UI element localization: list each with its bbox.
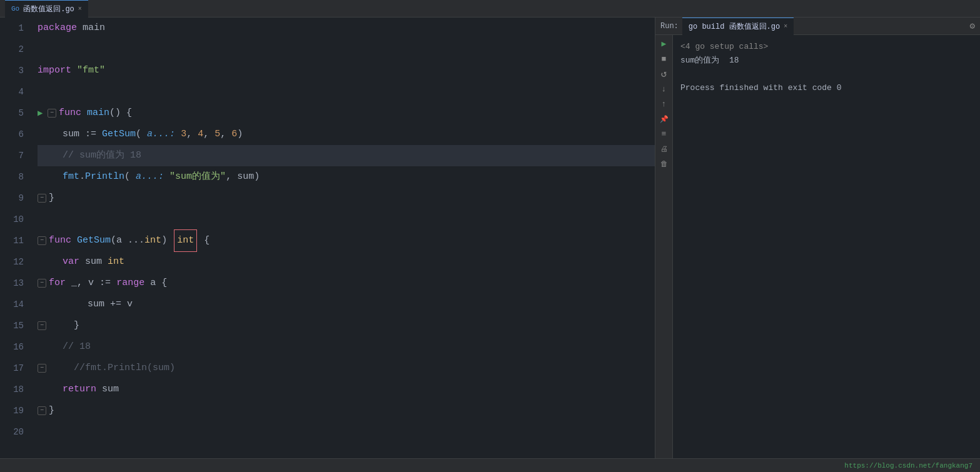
ln-4: 4 [0, 81, 24, 103]
comment-sum-value: // sum的值为 18 [63, 145, 141, 166]
code-line-16: // 18 [38, 336, 655, 358]
ln-7: 7 [0, 145, 24, 166]
keyword-func-main: func [59, 103, 81, 124]
func-main-name: main [87, 103, 109, 124]
align-button[interactable]: ≡ [658, 128, 670, 140]
run-tab-close-icon[interactable]: × [784, 23, 787, 30]
keyword-for: for [49, 273, 66, 294]
code-line-11: − func GetSum(a ...int) int { [38, 230, 655, 251]
rerun-button[interactable]: ↺ [658, 68, 670, 80]
output-sum-value: sum的值为 18 [680, 54, 972, 68]
ln-6: 6 [0, 124, 24, 145]
tab-close-icon[interactable]: × [78, 6, 82, 13]
tab-filename: 函数值返回.go [23, 4, 74, 14]
call-println: Println [85, 166, 124, 188]
arg-ellipsis-2: a...: [136, 166, 164, 188]
play-button[interactable]: ▶ [658, 38, 670, 50]
fold-btn-9[interactable]: − [38, 194, 46, 203]
output-setup-calls: <4 go setup calls> [680, 40, 972, 54]
bottom-bar: https://blog.csdn.net/fangkang7 [0, 458, 980, 472]
fold-btn-19[interactable]: − [38, 406, 46, 415]
ln-9: 9 [0, 188, 24, 209]
code-line-12: var sum int [38, 251, 655, 273]
print-button[interactable]: 🖨 [658, 143, 670, 155]
ln-18: 18 [0, 379, 24, 400]
fold-btn-13[interactable]: − [38, 279, 46, 288]
ln-19: 19 [0, 400, 24, 421]
code-line-13: − for _, v := range a { [38, 273, 655, 294]
scroll-down-button[interactable]: ↓ [658, 83, 670, 95]
code-area: ▶ 1 2 3 4 5 6 7 8 9 10 11 12 13 14 15 16… [0, 18, 655, 458]
code-line-4 [38, 81, 655, 103]
go-file-icon: Go [11, 5, 19, 13]
run-toolbar: ▶ ■ ↺ ↓ ↑ 📌 ≡ 🖨 🗑 [655, 35, 673, 458]
pin-button[interactable]: 📌 [658, 113, 670, 125]
main-layout: ▶ 1 2 3 4 5 6 7 8 9 10 11 12 13 14 15 16… [0, 18, 980, 458]
keyword-var: var [63, 251, 79, 273]
code-line-8: fmt.Println( a...: "sum的值为", sum) [38, 166, 655, 188]
code-line-6: sum := GetSum( a...: 3, 4, 5, 6) [38, 124, 655, 145]
ln-20: 20 [0, 421, 24, 443]
keyword-range: range [116, 273, 144, 294]
code-content[interactable]: package main import "fmt" ▶ − func main(… [31, 18, 655, 458]
keyword-package: package [38, 18, 77, 39]
keyword-func-getsum: func [49, 230, 71, 251]
code-line-18: return sum [38, 379, 655, 400]
call-getsum: GetSum [102, 124, 136, 145]
ln-15: 15 [0, 315, 24, 336]
title-bar: Go 函数值返回.go × [0, 0, 980, 18]
ln-8: 8 [0, 166, 24, 188]
run-label: Run: [660, 22, 679, 31]
scroll-up-button[interactable]: ↑ [658, 98, 670, 110]
run-tab[interactable]: go build 函数值返回.go × [682, 18, 794, 35]
code-line-10 [38, 209, 655, 230]
output-exit-code: Process finished with exit code 0 [680, 81, 972, 95]
output-empty [680, 68, 972, 81]
ln-11: 11 [0, 230, 24, 251]
code-line-20 [38, 421, 655, 443]
keyword-import: import [38, 60, 71, 81]
code-line-15: − } [38, 315, 655, 336]
code-line-17: − //fmt.Println(sum) [38, 358, 655, 379]
code-line-5: ▶ − func main() { [38, 103, 655, 124]
keyword-return: return [63, 379, 96, 400]
package-name: main [83, 18, 105, 39]
pkg-fmt: fmt [63, 166, 79, 188]
fold-btn-15[interactable]: − [38, 321, 46, 330]
run-arrow-5: ▶ [38, 103, 46, 124]
line-numbers: ▶ 1 2 3 4 5 6 7 8 9 10 11 12 13 14 15 16… [0, 18, 31, 458]
ln-2: 2 [0, 39, 24, 60]
ln-3: 3 [0, 60, 24, 81]
arg-ellipsis: a...: [147, 124, 175, 145]
ln-13: 13 [0, 273, 24, 294]
run-tab-label: go build 函数值返回.go [689, 21, 780, 32]
settings-icon[interactable]: ⚙ [970, 21, 975, 31]
var-sum: sum [63, 124, 79, 145]
ln-14: 14 [0, 294, 24, 315]
comment-18: // 18 [63, 336, 91, 358]
func-getsum-name: GetSum [77, 230, 111, 251]
ln-5: 5 [0, 103, 24, 124]
run-header: Run: go build 函数值返回.go × ⚙ [655, 18, 980, 35]
csdn-url: https://blog.csdn.net/fangkang7 [844, 462, 972, 469]
ln-16: 16 [0, 336, 24, 358]
run-panel: Run: go build 函数值返回.go × ⚙ ▶ ■ ↺ ↓ ↑ 📌 ≡… [655, 18, 980, 458]
run-output: <4 go setup calls> sum的值为 18 Process fin… [673, 35, 980, 458]
editor-panel: ▶ 1 2 3 4 5 6 7 8 9 10 11 12 13 14 15 16… [0, 18, 655, 458]
fold-btn-5[interactable]: − [48, 109, 56, 118]
ln-1: ▶ 1 [0, 18, 24, 39]
code-line-14: sum += v [38, 294, 655, 315]
stop-button[interactable]: ■ [658, 53, 670, 65]
fold-btn-17[interactable]: − [38, 364, 46, 373]
fold-btn-11[interactable]: − [38, 236, 46, 245]
code-line-9: − } [38, 188, 655, 209]
code-line-3: import "fmt" [38, 60, 655, 81]
ln-10: 10 [0, 209, 24, 230]
code-line-1: package main [38, 18, 655, 39]
trash-button[interactable]: 🗑 [658, 158, 670, 170]
ln-12: 12 [0, 251, 24, 273]
editor-tab[interactable]: Go 函数值返回.go × [5, 0, 88, 18]
code-line-2 [38, 39, 655, 60]
comment-println: //fmt.Println(sum) [74, 358, 175, 379]
run-output-area: ▶ ■ ↺ ↓ ↑ 📌 ≡ 🖨 🗑 <4 go setup calls> sum… [655, 35, 980, 458]
